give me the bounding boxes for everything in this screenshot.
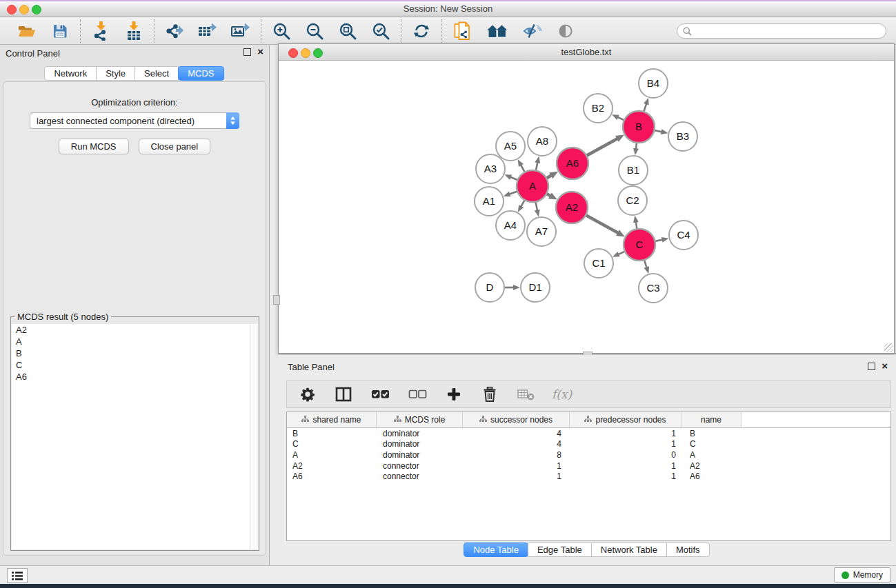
table-cell[interactable]: connector <box>377 472 463 481</box>
table-row[interactable]: A6connector11A6 <box>287 471 890 482</box>
table-cell[interactable]: 1 <box>570 439 681 449</box>
graph-edge-C-C4[interactable] <box>655 240 662 241</box>
mcds-result-item[interactable]: A <box>12 336 250 347</box>
table-cell[interactable]: 1 <box>463 461 570 471</box>
mcds-result-item[interactable]: C <box>12 359 250 371</box>
network-canvas[interactable]: B4B2BB3A5A8A6B1A3AC2A1A2A4A7C4CC1C3DD1 <box>279 61 894 353</box>
mcds-result-item[interactable]: A6 <box>12 371 250 383</box>
table-cell[interactable]: A <box>287 450 377 460</box>
table-settings-button[interactable] <box>298 384 317 405</box>
graph-node-B4[interactable]: B4 <box>639 69 668 98</box>
graph-edge-B-B2[interactable] <box>617 117 624 121</box>
graph-node-A3[interactable]: A3 <box>476 154 505 183</box>
graph-edge-A-A8[interactable] <box>536 162 538 170</box>
table-cell[interactable]: 4 <box>463 439 570 449</box>
table-row[interactable]: Adominator80A <box>287 449 890 460</box>
hide-panels-button[interactable] <box>523 21 542 41</box>
tab-network-table[interactable]: Network Table <box>591 543 667 557</box>
resize-grip-icon[interactable] <box>884 343 893 352</box>
graph-node-A4[interactable]: A4 <box>496 211 525 240</box>
graph-edge-C-C3[interactable] <box>644 260 647 268</box>
graph-node-A7[interactable]: A7 <box>527 217 556 246</box>
graph-node-A5[interactable]: A5 <box>496 132 525 161</box>
tab-network[interactable]: Network <box>44 66 97 81</box>
run-mcds-button[interactable]: Run MCDS <box>59 139 129 154</box>
tab-motifs[interactable]: Motifs <box>666 543 710 557</box>
graph-node-A[interactable]: A <box>517 170 548 202</box>
graph-edge-A-A3[interactable] <box>510 177 518 181</box>
home-button[interactable] <box>486 21 509 41</box>
graph-node-A2[interactable]: A2 <box>556 192 588 223</box>
mcds-result-item[interactable]: B <box>12 347 250 359</box>
select-all-rows-button[interactable] <box>370 384 390 405</box>
float-table-panel-icon[interactable] <box>868 363 875 370</box>
column-header-name[interactable]: name <box>681 412 741 427</box>
function-builder-button[interactable]: f(x) <box>552 387 572 401</box>
tab-style[interactable]: Style <box>96 66 135 81</box>
table-cell[interactable]: C <box>681 439 741 449</box>
table-cell[interactable]: A6 <box>287 472 377 481</box>
graph-edge-B-B3[interactable] <box>654 130 661 132</box>
criterion-select[interactable]: largest connected component (directed) <box>30 112 239 129</box>
search-field[interactable] <box>677 23 886 39</box>
graph-node-C1[interactable]: C1 <box>584 249 613 278</box>
table-cell[interactable]: 1 <box>570 472 681 481</box>
graph-edge-A6-B[interactable] <box>586 139 617 156</box>
splitter-grip-vertical[interactable] <box>273 295 280 305</box>
table-cell[interactable]: 1 <box>463 472 570 481</box>
import-network-button[interactable] <box>91 21 110 41</box>
graph-node-B1[interactable]: B1 <box>619 156 648 185</box>
add-row-button[interactable] <box>444 384 464 405</box>
table-cell[interactable]: dominator <box>377 439 463 449</box>
search-input[interactable] <box>677 23 886 39</box>
graph-node-A6[interactable]: A6 <box>557 148 588 179</box>
export-network-button[interactable] <box>165 21 184 41</box>
tab-select[interactable]: Select <box>135 66 179 81</box>
graph-node-A1[interactable]: A1 <box>475 187 504 216</box>
graph-edge-A-A6[interactable] <box>546 175 552 178</box>
graph-node-B2[interactable]: B2 <box>584 94 613 123</box>
delete-table-button[interactable] <box>516 384 535 405</box>
table-cell[interactable]: 8 <box>463 450 570 460</box>
graph-edge-C-C2[interactable] <box>636 222 637 230</box>
graph-edge-B-B1[interactable] <box>636 143 637 149</box>
graph-node-C3[interactable]: C3 <box>639 274 668 303</box>
delete-rows-button[interactable] <box>480 384 499 405</box>
graph-node-C2[interactable]: C2 <box>618 186 647 215</box>
graph-edge-C-C1[interactable] <box>618 252 625 255</box>
graph-node-B3[interactable]: B3 <box>668 122 697 151</box>
graph-edge-A-A1[interactable] <box>509 192 517 194</box>
zoom-fit-button[interactable] <box>338 21 357 41</box>
graph-edge-A2-C[interactable] <box>586 215 618 233</box>
tab-mcds[interactable]: MCDS <box>178 66 223 81</box>
table-cell[interactable]: B <box>287 429 377 438</box>
column-header-successor-nodes[interactable]: successor nodes <box>463 412 570 427</box>
table-cell[interactable]: dominator <box>377 450 463 460</box>
table-cell[interactable]: A <box>681 450 741 460</box>
close-table-panel-icon[interactable]: × <box>882 362 888 370</box>
table-row[interactable]: Bdominator41B <box>287 428 890 439</box>
open-session-button[interactable] <box>17 21 37 41</box>
table-cell[interactable]: A2 <box>681 461 741 471</box>
show-columns-button[interactable] <box>334 384 353 405</box>
deselect-all-rows-button[interactable] <box>407 384 428 405</box>
export-table-button[interactable] <box>198 21 217 41</box>
graph-node-D[interactable]: D <box>475 273 504 302</box>
table-cell[interactable]: dominator <box>377 429 463 438</box>
graph-node-C[interactable]: C <box>624 229 655 261</box>
graph-node-C4[interactable]: C4 <box>669 221 698 250</box>
tab-node-table[interactable]: Node Table <box>464 543 528 557</box>
zoom-selected-button[interactable] <box>371 21 390 41</box>
table-row[interactable]: A2connector11A2 <box>287 460 890 472</box>
mcds-result-item[interactable]: A2 <box>12 324 250 336</box>
column-header-mcds-role[interactable]: MCDS role <box>377 412 463 427</box>
table-cell[interactable]: 1 <box>570 461 681 471</box>
table-cell[interactable]: connector <box>377 461 463 471</box>
close-panel-icon[interactable]: × <box>257 48 263 56</box>
graph-edge-A-A7[interactable] <box>535 202 537 211</box>
memory-button[interactable]: Memory <box>834 567 890 582</box>
graph-edge-A-A4[interactable] <box>521 200 525 207</box>
table-row[interactable]: Cdominator41C <box>287 439 890 450</box>
zoom-out-button[interactable] <box>305 21 324 41</box>
graph-node-A8[interactable]: A8 <box>528 127 557 156</box>
